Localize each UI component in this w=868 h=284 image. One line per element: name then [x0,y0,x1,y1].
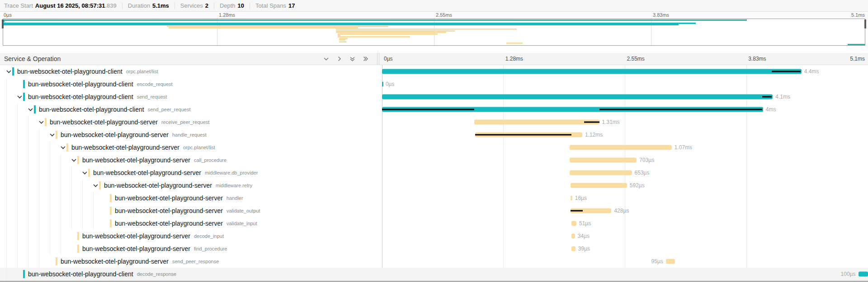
span-name-cell[interactable]: bun-websocket-otel-playground-clientsend… [0,90,382,103]
timeline-ticks-header: 0µs1.28ms2.55ms3.83ms5.1ms [382,53,868,65]
chevron-down-icon[interactable] [70,156,77,164]
span-name-cell[interactable]: bun-websocket-otel-playground-serverdeco… [0,230,382,242]
indent-guide [17,204,18,217]
span-name-cell[interactable]: bun-websocket-otel-playground-servercall… [0,154,382,166]
span-row[interactable]: bun-websocket-otel-playground-servervali… [0,204,868,217]
span-name-cell[interactable]: bun-websocket-otel-playground-clientorpc… [0,65,382,78]
chevron-down-icon[interactable] [59,144,66,151]
span-name-cell[interactable]: bun-websocket-otel-playground-serversend… [0,255,382,268]
chevron-down-icon[interactable] [5,68,12,75]
service-operation-title: Service & Operation [4,55,323,62]
span-timeline-cell[interactable]: 0µs [382,78,868,90]
span-timeline-cell[interactable]: 16µs [382,192,868,204]
span-bar[interactable] [571,183,627,188]
column-resizer-grip[interactable] [377,53,377,65]
span-row[interactable]: bun-websocket-otel-playground-clientsend… [0,103,868,116]
expand-all-icon[interactable] [363,56,368,62]
span-name-cell[interactable]: bun-websocket-otel-playground-serverhand… [0,192,382,204]
span-timeline-cell[interactable]: 428µs [382,204,868,217]
indent-guide [61,192,61,204]
indent-guide [39,179,39,192]
trace-total-spans: Total Spans 17 [255,2,295,9]
span-name-cell[interactable]: bun-websocket-otel-playground-clientsend… [0,103,382,116]
span-bar[interactable] [571,246,576,251]
span-bar[interactable] [382,82,383,87]
span-row[interactable]: bun-websocket-otel-playground-serverhand… [0,128,868,141]
span-bar[interactable] [571,234,575,239]
span-name-cell[interactable]: bun-websocket-otel-playground-clientdeco… [0,268,382,280]
span-duration-label: 1.31ms [602,119,620,125]
service-color-chip [34,105,36,114]
span-timeline-cell[interactable]: 592µs [382,179,868,192]
span-name-cell[interactable]: bun-websocket-otel-playground-servervali… [0,217,382,230]
span-timeline-cell[interactable]: 653µs [382,166,868,179]
span-timeline-cell[interactable]: 4.1ms [382,90,868,103]
indent-guide [39,128,39,141]
span-row[interactable]: bun-websocket-otel-playground-clientorpc… [0,65,868,78]
span-timeline-cell[interactable]: 4.4ms [382,65,868,78]
span-timeline-cell[interactable]: 34µs [382,230,868,242]
span-row[interactable]: bun-websocket-otel-playground-servermidd… [0,166,868,179]
span-bar[interactable] [571,221,576,226]
span-bar[interactable] [571,196,572,201]
span-timeline-cell[interactable]: 95µs [382,255,868,268]
chevron-down-icon[interactable] [48,131,56,138]
span-name-cell[interactable]: bun-websocket-otel-playground-clientenco… [0,78,382,90]
minimap-viewport[interactable] [3,19,865,46]
indent-guide [82,192,83,204]
span-timeline-cell[interactable]: 1.31ms [382,116,868,128]
expand-one-level-icon[interactable] [336,56,342,62]
span-row[interactable]: bun-websocket-otel-playground-serverorpc… [0,141,868,154]
trace-minimap[interactable] [0,18,868,46]
minimap-right-scrubber[interactable] [864,19,866,28]
span-row[interactable]: bun-websocket-otel-playground-clientenco… [0,78,868,90]
chevron-down-icon[interactable] [16,93,23,100]
span-bar[interactable] [382,95,773,99]
span-row[interactable]: bun-websocket-otel-playground-servercall… [0,154,868,166]
span-name-cell[interactable]: bun-websocket-otel-playground-serverrece… [0,116,382,128]
span-row[interactable]: bun-websocket-otel-playground-serversend… [0,255,868,268]
indent-guide [50,166,50,179]
column-resizer-grip[interactable] [379,53,379,65]
span-name-cell[interactable]: bun-websocket-otel-playground-servermidd… [0,166,382,179]
indent-guide [6,242,7,255]
span-row[interactable]: bun-websocket-otel-playground-servervali… [0,217,868,230]
span-bar[interactable] [570,170,632,175]
span-name-cell[interactable]: bun-websocket-otel-playground-servervali… [0,204,382,217]
span-row[interactable]: bun-websocket-otel-playground-servermidd… [0,179,868,192]
span-timeline-cell[interactable]: 4ms [382,103,868,116]
span-timeline-cell[interactable]: 1.07ms [382,141,868,154]
span-row[interactable]: bun-websocket-otel-playground-clientdeco… [0,268,868,280]
span-timeline-cell[interactable]: 39µs [382,242,868,255]
span-timeline-cell[interactable]: 1.12ms [382,128,868,141]
span-name-cell[interactable]: bun-websocket-otel-playground-serverfind… [0,242,382,255]
span-bar[interactable] [570,145,672,150]
services-label: Services [180,2,203,9]
tick-label: 0µs [384,56,393,62]
chevron-down-icon[interactable] [27,106,34,113]
span-bar[interactable] [474,120,599,125]
chevron-down-icon[interactable] [81,169,88,176]
span-name-cell[interactable]: bun-websocket-otel-playground-servermidd… [0,179,382,192]
collapse-all-icon[interactable] [349,56,355,62]
indent-guide [39,192,39,204]
span-row[interactable]: bun-websocket-otel-playground-serverdeco… [0,230,868,242]
span-row[interactable]: bun-websocket-otel-playground-serverhand… [0,192,868,204]
span-row[interactable]: bun-websocket-otel-playground-serverfind… [0,242,868,255]
minimap-left-scrubber[interactable] [2,19,4,28]
span-row[interactable]: bun-websocket-otel-playground-clientsend… [0,90,868,103]
chevron-down-icon[interactable] [92,182,99,189]
span-bar[interactable] [666,259,675,264]
span-timeline-cell[interactable]: 100µs [382,268,868,280]
chevron-down-icon[interactable] [38,118,45,126]
span-timeline-cell[interactable]: 51µs [382,217,868,230]
span-bar[interactable] [382,69,802,74]
span-bar[interactable] [859,272,868,277]
span-name-cell[interactable]: bun-websocket-otel-playground-serverorpc… [0,141,382,154]
span-timeline-cell[interactable]: 703µs [382,154,868,166]
span-name-cell[interactable]: bun-websocket-otel-playground-serverhand… [0,128,382,141]
collapse-one-level-icon[interactable] [323,56,329,62]
chevron-spacer [70,232,77,240]
span-bar[interactable] [570,158,637,163]
span-row[interactable]: bun-websocket-otel-playground-serverrece… [0,116,868,128]
